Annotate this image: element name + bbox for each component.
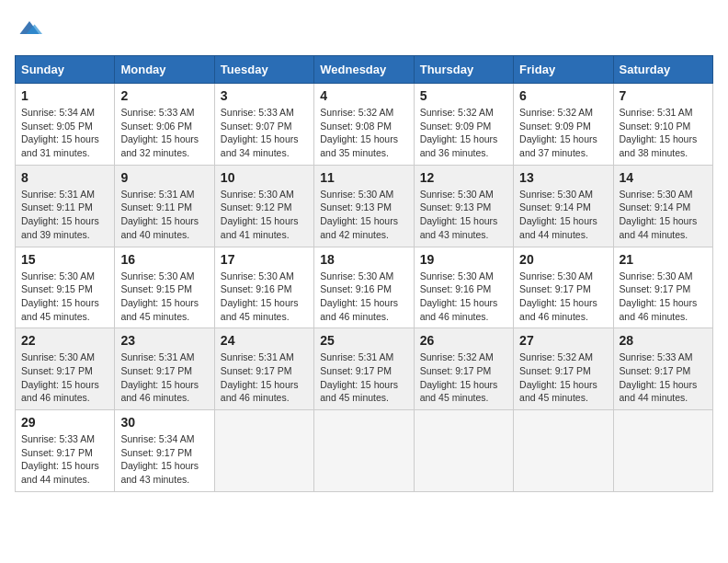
day-info: Sunrise: 5:30 AM Sunset: 9:13 PM Dayligh…	[420, 188, 507, 242]
calendar-cell: 10Sunrise: 5:30 AM Sunset: 9:12 PM Dayli…	[214, 165, 313, 247]
calendar-cell: 17Sunrise: 5:30 AM Sunset: 9:16 PM Dayli…	[214, 247, 313, 328]
day-number: 24	[221, 333, 308, 348]
col-header-wednesday: Wednesday	[314, 56, 414, 84]
day-number: 2	[120, 88, 208, 103]
calendar-header-row: SundayMondayTuesdayWednesdayThursdayFrid…	[16, 56, 713, 84]
day-number: 5	[420, 88, 507, 103]
calendar-cell	[214, 410, 313, 492]
day-number: 4	[320, 88, 407, 103]
day-number: 19	[420, 252, 507, 267]
calendar-cell: 27Sunrise: 5:32 AM Sunset: 9:17 PM Dayli…	[514, 328, 613, 410]
day-number: 6	[519, 88, 607, 103]
calendar-cell	[314, 410, 414, 492]
day-info: Sunrise: 5:30 AM Sunset: 9:17 PM Dayligh…	[620, 270, 707, 324]
calendar-cell: 20Sunrise: 5:30 AM Sunset: 9:17 PM Dayli…	[514, 247, 613, 328]
day-info: Sunrise: 5:33 AM Sunset: 9:06 PM Dayligh…	[120, 106, 208, 160]
day-info: Sunrise: 5:30 AM Sunset: 9:13 PM Dayligh…	[320, 188, 407, 242]
day-number: 7	[620, 88, 707, 103]
col-header-monday: Monday	[115, 56, 214, 84]
day-info: Sunrise: 5:32 AM Sunset: 9:09 PM Dayligh…	[420, 106, 507, 160]
day-number: 1	[21, 88, 108, 103]
calendar-cell: 16Sunrise: 5:30 AM Sunset: 9:15 PM Dayli…	[115, 247, 214, 328]
day-info: Sunrise: 5:32 AM Sunset: 9:17 PM Dayligh…	[420, 350, 507, 405]
page-header	[15, 15, 713, 44]
day-info: Sunrise: 5:30 AM Sunset: 9:16 PM Dayligh…	[320, 270, 407, 324]
calendar-cell: 4Sunrise: 5:32 AM Sunset: 9:08 PM Daylig…	[314, 84, 414, 166]
day-info: Sunrise: 5:30 AM Sunset: 9:16 PM Dayligh…	[420, 270, 507, 324]
calendar-cell: 23Sunrise: 5:31 AM Sunset: 9:17 PM Dayli…	[115, 328, 214, 410]
calendar-cell: 3Sunrise: 5:33 AM Sunset: 9:07 PM Daylig…	[214, 84, 313, 166]
day-number: 12	[420, 170, 507, 185]
calendar-cell: 15Sunrise: 5:30 AM Sunset: 9:15 PM Dayli…	[16, 247, 115, 328]
day-number: 28	[620, 333, 707, 348]
calendar-cell: 28Sunrise: 5:33 AM Sunset: 9:17 PM Dayli…	[613, 328, 712, 410]
logo-icon	[17, 15, 42, 40]
calendar-cell: 29Sunrise: 5:33 AM Sunset: 9:17 PM Dayli…	[16, 410, 115, 492]
calendar-table: SundayMondayTuesdayWednesdayThursdayFrid…	[15, 55, 713, 492]
day-number: 29	[21, 415, 108, 430]
calendar-cell: 7Sunrise: 5:31 AM Sunset: 9:10 PM Daylig…	[613, 84, 712, 166]
day-number: 15	[21, 252, 108, 267]
day-info: Sunrise: 5:34 AM Sunset: 9:17 PM Dayligh…	[120, 432, 208, 487]
calendar-week-row: 15Sunrise: 5:30 AM Sunset: 9:15 PM Dayli…	[16, 247, 713, 328]
calendar-cell: 25Sunrise: 5:31 AM Sunset: 9:17 PM Dayli…	[314, 328, 414, 410]
day-info: Sunrise: 5:32 AM Sunset: 9:08 PM Dayligh…	[320, 106, 407, 160]
day-info: Sunrise: 5:34 AM Sunset: 9:05 PM Dayligh…	[21, 106, 108, 160]
calendar-cell: 30Sunrise: 5:34 AM Sunset: 9:17 PM Dayli…	[115, 410, 214, 492]
day-number: 14	[620, 170, 707, 185]
calendar-cell: 13Sunrise: 5:30 AM Sunset: 9:14 PM Dayli…	[514, 165, 613, 247]
day-number: 16	[120, 252, 208, 267]
day-info: Sunrise: 5:31 AM Sunset: 9:11 PM Dayligh…	[120, 188, 208, 242]
day-number: 13	[519, 170, 607, 185]
calendar-cell	[613, 410, 712, 492]
day-info: Sunrise: 5:31 AM Sunset: 9:17 PM Dayligh…	[320, 350, 407, 405]
calendar-cell: 26Sunrise: 5:32 AM Sunset: 9:17 PM Dayli…	[414, 328, 513, 410]
day-number: 9	[120, 170, 208, 185]
day-info: Sunrise: 5:30 AM Sunset: 9:12 PM Dayligh…	[221, 188, 308, 242]
calendar-cell: 2Sunrise: 5:33 AM Sunset: 9:06 PM Daylig…	[115, 84, 214, 166]
calendar-cell: 22Sunrise: 5:30 AM Sunset: 9:17 PM Dayli…	[16, 328, 115, 410]
day-info: Sunrise: 5:30 AM Sunset: 9:15 PM Dayligh…	[120, 270, 208, 324]
day-number: 8	[21, 170, 108, 185]
day-info: Sunrise: 5:31 AM Sunset: 9:17 PM Dayligh…	[221, 350, 308, 405]
calendar-week-row: 8Sunrise: 5:31 AM Sunset: 9:11 PM Daylig…	[16, 165, 713, 247]
calendar-cell: 1Sunrise: 5:34 AM Sunset: 9:05 PM Daylig…	[16, 84, 115, 166]
calendar-cell: 21Sunrise: 5:30 AM Sunset: 9:17 PM Dayli…	[613, 247, 712, 328]
day-info: Sunrise: 5:30 AM Sunset: 9:15 PM Dayligh…	[21, 270, 108, 324]
day-number: 20	[519, 252, 607, 267]
col-header-sunday: Sunday	[16, 56, 115, 84]
day-info: Sunrise: 5:30 AM Sunset: 9:16 PM Dayligh…	[221, 270, 308, 324]
day-info: Sunrise: 5:33 AM Sunset: 9:07 PM Dayligh…	[221, 106, 308, 160]
calendar-cell: 12Sunrise: 5:30 AM Sunset: 9:13 PM Dayli…	[414, 165, 513, 247]
day-info: Sunrise: 5:33 AM Sunset: 9:17 PM Dayligh…	[620, 350, 707, 405]
day-number: 10	[221, 170, 308, 185]
day-number: 30	[120, 415, 208, 430]
day-number: 22	[21, 333, 108, 348]
day-info: Sunrise: 5:32 AM Sunset: 9:17 PM Dayligh…	[519, 350, 607, 405]
logo	[15, 15, 42, 44]
calendar-cell: 6Sunrise: 5:32 AM Sunset: 9:09 PM Daylig…	[514, 84, 613, 166]
calendar-week-row: 22Sunrise: 5:30 AM Sunset: 9:17 PM Dayli…	[16, 328, 713, 410]
calendar-cell: 24Sunrise: 5:31 AM Sunset: 9:17 PM Dayli…	[214, 328, 313, 410]
calendar-cell: 11Sunrise: 5:30 AM Sunset: 9:13 PM Dayli…	[314, 165, 414, 247]
calendar-cell	[514, 410, 613, 492]
day-number: 27	[519, 333, 607, 348]
day-number: 23	[120, 333, 208, 348]
day-info: Sunrise: 5:30 AM Sunset: 9:17 PM Dayligh…	[21, 350, 108, 405]
day-number: 25	[320, 333, 407, 348]
day-info: Sunrise: 5:32 AM Sunset: 9:09 PM Dayligh…	[519, 106, 607, 160]
col-header-thursday: Thursday	[414, 56, 513, 84]
calendar-cell: 9Sunrise: 5:31 AM Sunset: 9:11 PM Daylig…	[115, 165, 214, 247]
calendar-week-row: 29Sunrise: 5:33 AM Sunset: 9:17 PM Dayli…	[16, 410, 713, 492]
calendar-week-row: 1Sunrise: 5:34 AM Sunset: 9:05 PM Daylig…	[16, 84, 713, 166]
day-number: 3	[221, 88, 308, 103]
day-number: 11	[320, 170, 407, 185]
day-number: 17	[221, 252, 308, 267]
col-header-tuesday: Tuesday	[214, 56, 313, 84]
day-number: 26	[420, 333, 507, 348]
calendar-cell: 5Sunrise: 5:32 AM Sunset: 9:09 PM Daylig…	[414, 84, 513, 166]
calendar-cell: 8Sunrise: 5:31 AM Sunset: 9:11 PM Daylig…	[16, 165, 115, 247]
day-number: 18	[320, 252, 407, 267]
day-info: Sunrise: 5:33 AM Sunset: 9:17 PM Dayligh…	[21, 432, 108, 487]
calendar-cell: 19Sunrise: 5:30 AM Sunset: 9:16 PM Dayli…	[414, 247, 513, 328]
